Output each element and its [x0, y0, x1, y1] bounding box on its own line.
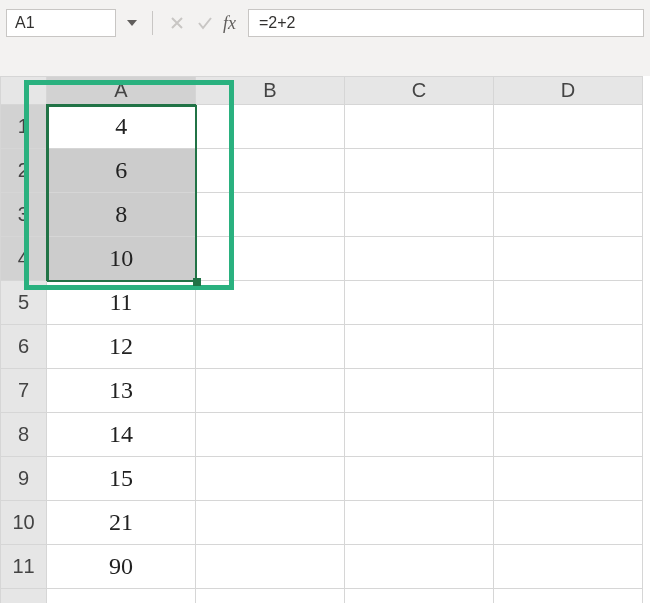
cell-c4[interactable]	[345, 237, 494, 281]
spreadsheet-grid[interactable]: A B C D 1 4 2 6 3 8 4 10	[0, 76, 650, 603]
cell-a7[interactable]: 13	[47, 369, 196, 413]
cell-b5[interactable]	[196, 281, 345, 325]
fill-handle[interactable]	[193, 278, 201, 286]
cell-c3[interactable]	[345, 193, 494, 237]
cell-c12[interactable]	[345, 589, 494, 604]
formula-input[interactable]: =2+2	[248, 9, 644, 37]
cell-a11[interactable]: 90	[47, 545, 196, 589]
col-header-c[interactable]: C	[345, 77, 494, 105]
insert-function-button[interactable]: fx	[223, 13, 236, 34]
cell-b12[interactable]	[196, 589, 345, 604]
cell-d3[interactable]	[494, 193, 643, 237]
cell-c5[interactable]	[345, 281, 494, 325]
row-header-8[interactable]: 8	[1, 413, 47, 457]
cell-a12[interactable]	[47, 589, 196, 604]
cell-a2[interactable]: 6	[47, 149, 196, 193]
cell-d5[interactable]	[494, 281, 643, 325]
enter-icon	[191, 10, 219, 36]
row-header-10[interactable]: 10	[1, 501, 47, 545]
cell-d7[interactable]	[494, 369, 643, 413]
cell-c1[interactable]	[345, 105, 494, 149]
cell-b10[interactable]	[196, 501, 345, 545]
cell-b2[interactable]	[196, 149, 345, 193]
name-box-value: A1	[15, 14, 35, 32]
cell-a10[interactable]: 21	[47, 501, 196, 545]
cell-a9[interactable]: 15	[47, 457, 196, 501]
cell-d11[interactable]	[494, 545, 643, 589]
cell-d6[interactable]	[494, 325, 643, 369]
cell-b7[interactable]	[196, 369, 345, 413]
cell-c6[interactable]	[345, 325, 494, 369]
cell-c11[interactable]	[345, 545, 494, 589]
row-header-4[interactable]: 4	[1, 237, 47, 281]
cell-c10[interactable]	[345, 501, 494, 545]
formula-bar: A1 fx =2+2	[0, 0, 650, 46]
cell-a1[interactable]: 4	[47, 105, 196, 149]
cell-d12[interactable]	[494, 589, 643, 604]
cell-b8[interactable]	[196, 413, 345, 457]
cell-b3[interactable]	[196, 193, 345, 237]
cell-d1[interactable]	[494, 105, 643, 149]
row-header-6[interactable]: 6	[1, 325, 47, 369]
row-header-3[interactable]: 3	[1, 193, 47, 237]
cell-b1[interactable]	[196, 105, 345, 149]
cell-a3[interactable]: 8	[47, 193, 196, 237]
row-header-7[interactable]: 7	[1, 369, 47, 413]
cancel-icon	[163, 10, 191, 36]
divider	[152, 11, 153, 35]
cell-a5[interactable]: 11	[47, 281, 196, 325]
name-box[interactable]: A1	[6, 9, 116, 37]
row-header-11[interactable]: 11	[1, 545, 47, 589]
row-header-5[interactable]: 5	[1, 281, 47, 325]
cell-d8[interactable]	[494, 413, 643, 457]
row-header-1[interactable]: 1	[1, 105, 47, 149]
row-header-9[interactable]: 9	[1, 457, 47, 501]
cell-a6[interactable]: 12	[47, 325, 196, 369]
cell-d4[interactable]	[494, 237, 643, 281]
row-header-12[interactable]: 12	[1, 589, 47, 604]
col-header-d[interactable]: D	[494, 77, 643, 105]
col-header-b[interactable]: B	[196, 77, 345, 105]
cell-c8[interactable]	[345, 413, 494, 457]
row-header-2[interactable]: 2	[1, 149, 47, 193]
cell-b11[interactable]	[196, 545, 345, 589]
formula-value: =2+2	[259, 14, 295, 32]
cell-d10[interactable]	[494, 501, 643, 545]
cell-d2[interactable]	[494, 149, 643, 193]
cell-b6[interactable]	[196, 325, 345, 369]
cell-c7[interactable]	[345, 369, 494, 413]
cell-b4[interactable]	[196, 237, 345, 281]
select-all-corner[interactable]	[1, 77, 47, 105]
cell-d9[interactable]	[494, 457, 643, 501]
ribbon-gap	[0, 46, 650, 76]
cell-a8[interactable]: 14	[47, 413, 196, 457]
cell-c9[interactable]	[345, 457, 494, 501]
col-header-a[interactable]: A	[47, 77, 196, 105]
cell-a4[interactable]: 10	[47, 237, 196, 281]
name-box-dropdown[interactable]	[122, 20, 142, 26]
cell-b9[interactable]	[196, 457, 345, 501]
cell-c2[interactable]	[345, 149, 494, 193]
